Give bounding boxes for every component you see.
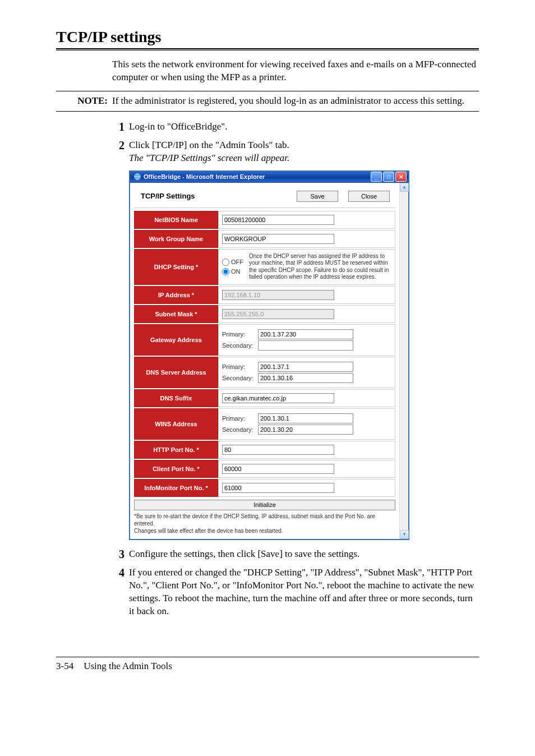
label-http-port: HTTP Port No. * [134,441,218,459]
label-wins: WINS Address [134,408,218,440]
label-netbios: NetBIOS Name [134,211,218,229]
footnote-1: *Be sure to re-start the device if the D… [134,513,395,527]
maximize-icon: □ [387,174,390,180]
http-port-input[interactable] [222,445,334,455]
dhcp-off-label: OFF [231,259,243,265]
client-port-input[interactable] [222,464,334,474]
label-workgroup: Work Group Name [134,230,218,248]
window-title: OfficeBridge - Microsoft Internet Explor… [144,173,265,180]
scroll-down-icon[interactable]: ▼ [400,530,409,539]
gateway-secondary-label: Secondary: [222,342,256,349]
step-2-text-b: The "TCP/IP Settings" screen will appear… [129,152,289,165]
page-heading: TCP/IP settings [56,28,479,46]
vertical-scrollbar[interactable]: ▲ ▼ [399,183,408,539]
initialize-button[interactable]: Initialize [134,500,395,510]
dns-secondary-input[interactable] [258,373,353,383]
gateway-primary-input[interactable] [258,329,353,339]
note-rule-bottom [56,111,479,112]
step-2-text-a: Click [TCP/IP] on the "Admin Tools" tab. [129,139,289,152]
label-subnet: Subnet Mask * [134,305,218,323]
label-client-port: Client Port No. * [134,460,218,478]
window-titlebar: OfficeBridge - Microsoft Internet Explor… [130,170,408,183]
dhcp-off-radio[interactable] [222,259,229,266]
wins-primary-input[interactable] [258,413,353,423]
step-number-1: 1 [112,121,124,133]
ie-icon [133,173,141,181]
dns-primary-input[interactable] [258,362,353,372]
minimize-button[interactable]: _ [371,172,382,182]
dhcp-on-option[interactable]: ON [222,268,243,275]
note-text: If the administrator is registered, you … [112,95,464,108]
step-number-4: 4 [112,566,124,618]
note-label: NOTE: [56,95,112,108]
close-icon: ✕ [399,174,403,180]
footnote-2: Changes will take effect after the devic… [134,527,395,534]
ip-address-input [222,290,334,300]
wins-secondary-label: Secondary: [222,426,256,433]
dns-suffix-input[interactable] [222,393,334,403]
infomonitor-port-input[interactable] [222,483,334,493]
dns-primary-label: Primary: [222,363,256,370]
label-suffix: DNS Suffix [134,389,218,407]
step-1-text: Log-in to "OfficeBridge". [124,121,228,133]
gateway-secondary-input[interactable] [258,340,353,351]
maximize-button[interactable]: □ [383,172,394,182]
step-3-text: Configure the settings, then click [Save… [124,548,359,561]
netbios-input[interactable] [222,215,334,225]
label-infomonitor-port: InfoMonitor Port No. * [134,479,218,497]
close-window-button[interactable]: ✕ [395,172,407,182]
label-dns: DNS Server Address [134,357,218,388]
intro-text: This sets the network environment for vi… [112,58,479,84]
dhcp-on-label: ON [231,268,241,275]
dhcp-note-text: Once the DHCP server has assigned the IP… [249,253,391,281]
subnet-input [222,309,334,319]
close-button[interactable]: Close [348,191,390,202]
step-4-text: If you entered or changed the "DHCP Sett… [124,566,479,618]
dhcp-on-radio[interactable] [222,268,229,275]
workgroup-input[interactable] [222,234,334,244]
label-gateway: Gateway Address [134,324,218,356]
page-number: 3-54 [56,661,73,672]
panel-title: TCP/IP Settings [141,192,195,200]
wins-secondary-input[interactable] [258,425,353,435]
label-ip-address: IP Address * [134,286,218,304]
dhcp-off-option[interactable]: OFF [222,259,243,266]
save-button[interactable]: Save [297,191,338,202]
scroll-up-icon[interactable]: ▲ [400,183,409,192]
label-dhcp: DHCP Setting * [134,249,218,285]
step-number-2: 2 [112,139,124,165]
gateway-primary-label: Primary: [222,331,256,338]
step-number-3: 3 [112,548,124,561]
wins-primary-label: Primary: [222,415,256,422]
minimize-icon: _ [375,174,378,180]
page-footer-title: Using the Admin Tools [84,661,172,672]
dns-secondary-label: Secondary: [222,375,256,381]
heading-rule [56,48,479,50]
